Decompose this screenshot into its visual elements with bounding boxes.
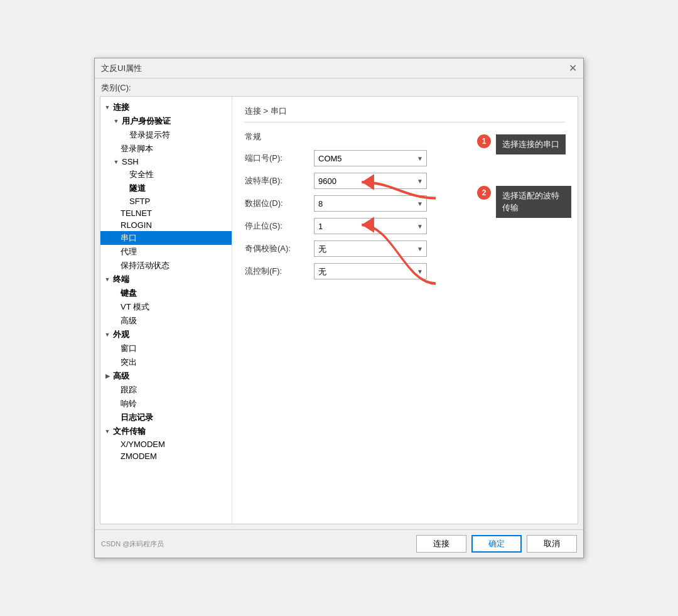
expand-icon-terminal: ▼ xyxy=(103,275,112,284)
sidebar-label-advanced: 高级 xyxy=(121,315,137,327)
sidebar-item-proxy[interactable]: 代理 xyxy=(100,245,232,259)
select-wrapper-baud: 1200240048009600192003840057600115200▼ xyxy=(314,173,427,189)
sidebar-item-tunnel[interactable]: 隧道 xyxy=(100,181,232,195)
sidebar-item-rlogin[interactable]: RLOGIN xyxy=(100,219,232,231)
sidebar-label-advanced2: 高级 xyxy=(113,370,129,382)
form-row-parity: 奇偶校验(A):无奇偶标记空格▼ xyxy=(245,240,565,257)
annotation-container: 1选择连接的串口2选择适配的波特传输 xyxy=(477,134,571,230)
select-parity[interactable]: 无奇偶标记空格 xyxy=(314,240,427,257)
sidebar-label-ssh: SSH xyxy=(122,157,139,166)
ok-button[interactable]: 确定 xyxy=(471,535,522,553)
cancel-button[interactable]: 取消 xyxy=(527,535,577,553)
select-wrapper-parity: 无奇偶标记空格▼ xyxy=(314,240,427,257)
expand-icon-appearance: ▼ xyxy=(103,330,112,339)
sidebar-label-proxy: 代理 xyxy=(121,246,137,257)
expand-icon-connect: ▼ xyxy=(103,103,112,112)
select-wrapper-stopbits: 11.52▼ xyxy=(314,218,427,234)
sidebar-item-connect[interactable]: ▼连接 xyxy=(100,100,232,114)
select-wrapper-databits: 5678▼ xyxy=(314,195,427,212)
sidebar-label-telnet: TELNET xyxy=(121,208,152,218)
form-label-baud: 波特率(B): xyxy=(245,175,314,186)
footer: CSDN @床码程序员 连接 确定 取消 xyxy=(95,529,583,558)
sidebar-label-window: 窗口 xyxy=(121,343,137,354)
expand-icon-user-auth: ▼ xyxy=(112,117,121,126)
dialog: 文反UI属性 ✕ 类别(C): ▼连接▼用户身份验证登录提示符登录脚本▼SSH安… xyxy=(94,58,584,558)
main-panel: 连接 > 串口 常规 端口号(P):COM1COM2COM3COM4COM5CO… xyxy=(232,97,578,524)
sidebar-item-keepalive[interactable]: 保持活动状态 xyxy=(100,259,232,273)
sidebar-label-security: 安全性 xyxy=(129,169,154,180)
close-button[interactable]: ✕ xyxy=(569,62,577,74)
sidebar-label-vt-mode: VT 模式 xyxy=(121,301,149,313)
form-label-port: 端口号(P): xyxy=(245,153,314,164)
sidebar-label-terminal: 终端 xyxy=(113,274,129,285)
sidebar-label-keepalive: 保持活动状态 xyxy=(121,260,170,271)
sidebar-item-window[interactable]: 窗口 xyxy=(100,342,232,355)
sidebar-label-user-auth: 用户身份验证 xyxy=(122,116,171,127)
sidebar-item-trace[interactable]: 跟踪 xyxy=(100,383,232,397)
sidebar-item-log[interactable]: 日志记录 xyxy=(100,411,232,424)
expand-icon-advanced2: ▶ xyxy=(103,372,112,381)
sidebar-label-rlogin: RLOGIN xyxy=(121,220,152,230)
dialog-body: ▼连接▼用户身份验证登录提示符登录脚本▼SSH安全性隧道SFTPTELNETRL… xyxy=(100,96,578,524)
watermark: CSDN @床码程序员 xyxy=(101,539,164,549)
sidebar-label-login-prompt: 登录提示符 xyxy=(129,129,170,141)
sidebar-item-sftp[interactable]: SFTP xyxy=(100,195,232,207)
annotation-text-2: 选择适配的波特传输 xyxy=(496,186,571,218)
sidebar-item-xymodem[interactable]: X/YMODEM xyxy=(100,438,232,450)
sidebar-label-appearance: 外观 xyxy=(113,329,129,340)
title-bar-text: 文反UI属性 xyxy=(101,63,142,74)
sidebar-label-login-script: 登录脚本 xyxy=(121,143,153,154)
sidebar-label-bell: 响铃 xyxy=(121,398,137,409)
sidebar-item-user-auth[interactable]: ▼用户身份验证 xyxy=(100,114,232,128)
sidebar-item-serial[interactable]: 串口 xyxy=(100,231,232,245)
expand-icon-file-transfer: ▼ xyxy=(103,427,112,436)
sidebar-item-ssh[interactable]: ▼SSH xyxy=(100,156,232,168)
sidebar-item-telnet[interactable]: TELNET xyxy=(100,207,232,219)
sidebar-label-connect: 连接 xyxy=(113,102,129,113)
sidebar-item-login-prompt[interactable]: 登录提示符 xyxy=(100,128,232,142)
select-wrapper-port: COM1COM2COM3COM4COM5COM6▼ xyxy=(314,150,427,166)
sidebar-label-serial: 串口 xyxy=(121,232,137,244)
sidebar-label-log: 日志记录 xyxy=(121,412,153,423)
annotation-badge-1: 1 xyxy=(477,134,491,148)
sidebar-item-zmodem[interactable]: ZMODEM xyxy=(100,450,232,462)
category-label: 类别(C): xyxy=(95,78,583,96)
sidebar-item-advanced[interactable]: 高级 xyxy=(100,314,232,328)
sidebar-label-keyboard: 键盘 xyxy=(121,288,137,299)
select-baud[interactable]: 1200240048009600192003840057600115200 xyxy=(314,173,427,189)
sidebar-label-xymodem: X/YMODEM xyxy=(121,440,165,449)
sidebar-label-zmodem: ZMODEM xyxy=(121,451,157,461)
sidebar-item-vt-mode[interactable]: VT 模式 xyxy=(100,300,232,314)
sidebar-label-trace: 跟踪 xyxy=(121,384,137,396)
select-wrapper-flowcontrol: 无XON/XOFFRTS/CTSDSR/DTR▼ xyxy=(314,263,427,279)
sidebar-item-login-script[interactable]: 登录脚本 xyxy=(100,142,232,156)
breadcrumb: 连接 > 串口 xyxy=(245,105,565,122)
sidebar-item-security[interactable]: 安全性 xyxy=(100,168,232,181)
annotation-badge-2: 2 xyxy=(477,186,491,200)
sidebar-item-terminal[interactable]: ▼终端 xyxy=(100,273,232,286)
select-databits[interactable]: 5678 xyxy=(314,195,427,212)
sidebar-item-keyboard[interactable]: 键盘 xyxy=(100,286,232,300)
sidebar-item-bell[interactable]: 响铃 xyxy=(100,397,232,411)
sidebar-item-file-transfer[interactable]: ▼文件传输 xyxy=(100,424,232,438)
sidebar-item-appearance[interactable]: ▼外观 xyxy=(100,328,232,342)
annotation-text-1: 选择连接的串口 xyxy=(496,134,566,154)
sidebar-label-tunnel: 隧道 xyxy=(129,183,146,194)
title-bar: 文反UI属性 ✕ xyxy=(95,58,583,78)
select-port[interactable]: COM1COM2COM3COM4COM5COM6 xyxy=(314,150,427,166)
form-row-flowcontrol: 流控制(F):无XON/XOFFRTS/CTSDSR/DTR▼ xyxy=(245,263,565,279)
annotation-2: 2选择适配的波特传输 xyxy=(477,186,571,218)
sidebar-label-file-transfer: 文件传输 xyxy=(113,426,146,437)
sidebar-item-highlight[interactable]: 突出 xyxy=(100,355,232,369)
expand-icon-ssh: ▼ xyxy=(112,158,121,166)
form-label-stopbits: 停止位(S): xyxy=(245,220,314,232)
annotation-1: 1选择连接的串口 xyxy=(477,134,571,154)
sidebar-label-highlight: 突出 xyxy=(121,357,137,368)
sidebar: ▼连接▼用户身份验证登录提示符登录脚本▼SSH安全性隧道SFTPTELNETRL… xyxy=(100,97,232,524)
sidebar-label-sftp: SFTP xyxy=(129,197,150,206)
sidebar-item-advanced2[interactable]: ▶高级 xyxy=(100,369,232,383)
connect-button[interactable]: 连接 xyxy=(416,535,466,553)
form-label-flowcontrol: 流控制(F): xyxy=(245,266,314,277)
select-stopbits[interactable]: 11.52 xyxy=(314,218,427,234)
select-flowcontrol[interactable]: 无XON/XOFFRTS/CTSDSR/DTR xyxy=(314,263,427,279)
